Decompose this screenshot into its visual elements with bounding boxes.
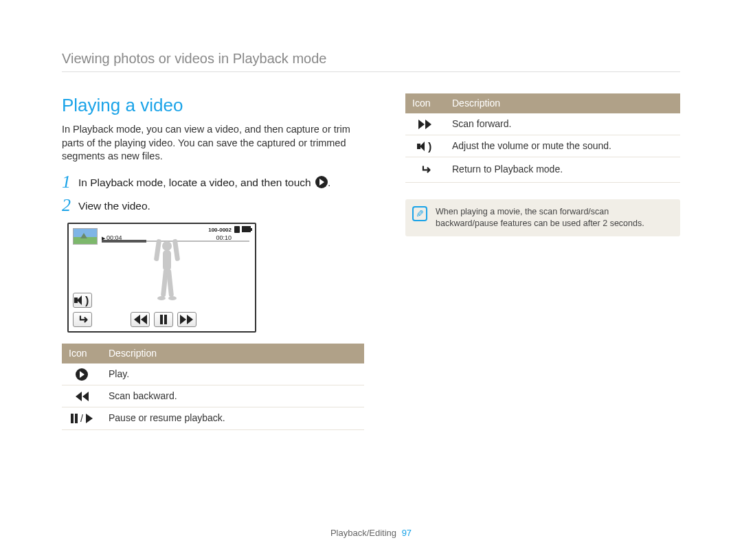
divider: [62, 71, 680, 72]
desc-cell: Scan forward.: [445, 113, 680, 135]
table-row: Play.: [62, 363, 364, 385]
step-text-prefix: In Playback mode, locate a video, and th…: [78, 177, 314, 188]
desc-cell: Adjust the volume or mute the sound.: [445, 135, 680, 157]
battery-icon: [242, 226, 251, 232]
th-icon: Icon: [405, 93, 445, 113]
footer-section: Playback/Editing: [330, 528, 396, 538]
table-row: ↵ Return to Playback mode.: [405, 157, 680, 182]
pause-play-icon: /: [71, 412, 93, 425]
left-column: Playing a video In Playback mode, you ca…: [62, 93, 364, 430]
icon-table-right: Icon Description Scan forward. Adjust th…: [405, 93, 680, 183]
step-2: 2 View the video.: [62, 197, 364, 214]
step-number: 2: [62, 197, 78, 214]
svg-rect-5: [166, 269, 174, 297]
note-box: When playing a movie, the scan forward/s…: [405, 199, 680, 236]
volume-wave-icon: [429, 142, 434, 151]
back-button[interactable]: ↵: [73, 312, 92, 327]
table-row: / Pause or resume playback.: [62, 407, 364, 429]
note-icon: [412, 206, 427, 221]
desc-cell: Scan backward.: [102, 385, 364, 407]
svg-point-0: [162, 241, 172, 251]
video-content-silhouette: [150, 239, 184, 308]
video-screen-mock: 100-0002 00:04 00:10 ↵: [67, 223, 256, 333]
svg-rect-2: [154, 239, 161, 261]
page-header: Viewing photos or videos in Playback mod…: [62, 49, 326, 68]
rewind-button[interactable]: [131, 312, 150, 327]
svg-point-7: [168, 296, 177, 300]
th-icon: Icon: [62, 344, 102, 363]
page-number: 97: [402, 528, 412, 538]
step-text-suffix: .: [328, 177, 330, 188]
section-title: Playing a video: [62, 93, 364, 117]
step-text: View the video.: [78, 197, 150, 214]
table-row: Scan forward.: [405, 113, 680, 135]
th-desc: Description: [102, 344, 364, 363]
icon-table-left: Icon Description Play. Scan backward. / …: [62, 344, 364, 430]
step-text: In Playback mode, locate a video, and th…: [78, 173, 330, 190]
desc-cell: Return to Playback mode.: [445, 157, 680, 182]
note-text: When playing a movie, the scan forward/s…: [436, 207, 644, 228]
step-1: 1 In Playback mode, locate a video, and …: [62, 173, 364, 191]
svg-point-6: [157, 296, 166, 300]
return-icon: ↵: [420, 161, 431, 178]
th-desc: Description: [445, 93, 680, 113]
pause-button[interactable]: [154, 312, 173, 327]
rewind-icon: [75, 392, 89, 401]
step-number: 1: [62, 173, 78, 191]
table-row: Scan backward.: [62, 385, 364, 407]
svg-rect-3: [172, 239, 180, 261]
svg-rect-1: [163, 250, 171, 271]
forward-button[interactable]: [177, 312, 196, 327]
card-icon: [234, 226, 240, 233]
table-row: Adjust the volume or mute the sound.: [405, 135, 680, 157]
forward-icon: [418, 120, 432, 129]
page-footer: Playback/Editing 97: [0, 527, 742, 539]
desc-cell: Pause or resume playback.: [102, 407, 364, 429]
play-icon: [76, 368, 88, 381]
desc-cell: Play.: [102, 363, 364, 385]
volume-button[interactable]: [73, 293, 92, 308]
thumbnail-icon: [73, 228, 98, 245]
intro-text: In Playback mode, you can view a video, …: [62, 123, 364, 164]
play-icon: [315, 176, 328, 188]
right-column: Icon Description Scan forward. Adjust th…: [405, 93, 680, 236]
